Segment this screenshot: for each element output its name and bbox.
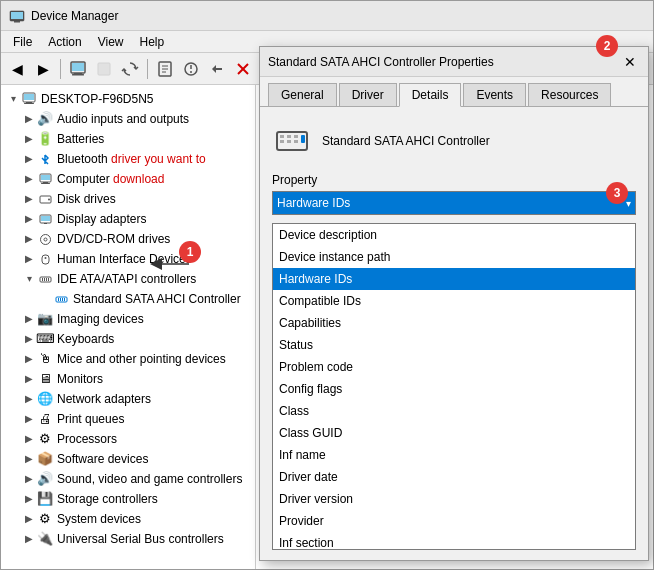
tree-mice-label: Mice and other pointing devices [57,350,226,368]
expand-root[interactable]: ▾ [5,91,21,107]
expand-dvd[interactable]: ▶ [21,231,37,247]
tree-item-dvd[interactable]: ▶ DVD/CD-ROM drives [1,229,255,249]
tree-item-ide[interactable]: ▾ IDE ATA/ATAPI controllers [1,269,255,289]
svg-rect-42 [48,278,49,281]
tree-item-hid[interactable]: ▶ Human Interface Devices [1,249,255,269]
tree-panel[interactable]: ▾ DESKTOP-F96D5N5 ▶ 🔊 Audio inputs and o… [1,85,256,569]
toolbar-rollback[interactable] [205,57,229,81]
expand-system[interactable]: ▶ [21,511,37,527]
tree-root[interactable]: ▾ DESKTOP-F96D5N5 [1,89,255,109]
tree-item-usb[interactable]: ▶ 🔌 Universal Serial Bus controllers [1,529,255,549]
storage-icon: 💾 [37,491,53,507]
software-icon: 📦 [37,451,53,467]
annotation-3: 3 [606,182,628,204]
expand-computer[interactable]: ▶ [21,171,37,187]
tree-item-display[interactable]: ▶ Display adapters [1,209,255,229]
prop-class[interactable]: Class [273,400,635,422]
svg-rect-45 [60,298,61,301]
expand-display[interactable]: ▶ [21,211,37,227]
expand-storage[interactable]: ▶ [21,491,37,507]
tree-keyboards-label: Keyboards [57,330,114,348]
menu-file[interactable]: File [5,33,40,51]
prop-provider[interactable]: Provider [273,510,635,532]
expand-processors[interactable]: ▶ [21,431,37,447]
tree-item-computer[interactable]: ▶ Computer download [1,169,255,189]
annotation-1: 1 [179,241,201,263]
tab-driver[interactable]: Driver [339,83,397,106]
prop-compatible-ids[interactable]: Compatible IDs [273,290,635,312]
tree-item-network[interactable]: ▶ 🌐 Network adapters [1,389,255,409]
tree-item-print[interactable]: ▶ 🖨 Print queues [1,409,255,429]
prop-inf-section[interactable]: Inf section [273,532,635,550]
tree-item-batteries[interactable]: ▶ 🔋 Batteries [1,129,255,149]
tree-item-software[interactable]: ▶ 📦 Software devices [1,449,255,469]
menu-action[interactable]: Action [40,33,89,51]
expand-audio[interactable]: ▶ [21,111,37,127]
disk-icon [37,191,53,207]
tree-bluetooth-suffix: driver you want to [108,150,206,168]
menu-help[interactable]: Help [132,33,173,51]
tree-item-keyboards[interactable]: ▶ ⌨ Keyboards [1,329,255,349]
toolbar-back[interactable]: ◀ [5,57,29,81]
tree-audio-label: Audio inputs and outputs [57,110,189,128]
tab-general[interactable]: General [268,83,337,106]
menu-view[interactable]: View [90,33,132,51]
expand-disk[interactable]: ▶ [21,191,37,207]
expand-usb[interactable]: ▶ [21,531,37,547]
toolbar-update[interactable] [118,57,142,81]
tree-item-system[interactable]: ▶ ⚙ System devices [1,509,255,529]
svg-rect-51 [287,135,291,138]
tree-item-imaging[interactable]: ▶ 📷 Imaging devices [1,309,255,329]
toolbar-uninstall[interactable] [231,57,255,81]
prop-device-description[interactable]: Device description [273,224,635,246]
expand-mice[interactable]: ▶ [21,351,37,367]
tab-resources[interactable]: Resources [528,83,611,106]
expand-ide[interactable]: ▾ [21,271,37,287]
prop-driver-version[interactable]: Driver version [273,488,635,510]
expand-software[interactable]: ▶ [21,451,37,467]
prop-status[interactable]: Status [273,334,635,356]
expand-print[interactable]: ▶ [21,411,37,427]
expand-bluetooth[interactable]: ▶ [21,151,37,167]
tree-item-disk[interactable]: ▶ Disk drives [1,189,255,209]
expand-hid[interactable]: ▶ [21,251,37,267]
tree-item-bluetooth[interactable]: ▶ Bluetooth driver you want to [1,149,255,169]
toolbar-forward[interactable]: ▶ [31,57,55,81]
property-select[interactable]: Hardware IDs ▾ [272,191,636,215]
prop-problem-code[interactable]: Problem code [273,356,635,378]
prop-config-flags[interactable]: Config flags [273,378,635,400]
tree-monitors-label: Monitors [57,370,103,388]
expand-monitors[interactable]: ▶ [21,371,37,387]
tab-details[interactable]: Details [399,83,462,107]
svg-rect-23 [26,102,32,103]
tree-display-label: Display adapters [57,210,146,228]
expand-network[interactable]: ▶ [21,391,37,407]
property-list[interactable]: Device description Device instance path … [272,223,636,550]
tree-item-audio[interactable]: ▶ 🔊 Audio inputs and outputs [1,109,255,129]
tab-events[interactable]: Events [463,83,526,106]
tree-item-processors[interactable]: ▶ ⚙ Processors [1,429,255,449]
prop-driver-date[interactable]: Driver date [273,466,635,488]
dialog-close-button[interactable]: ✕ [620,52,640,72]
svg-rect-46 [62,298,63,301]
expand-imaging[interactable]: ▶ [21,311,37,327]
expand-sound[interactable]: ▶ [21,471,37,487]
expand-batteries[interactable]: ▶ [21,131,37,147]
tree-item-storage[interactable]: ▶ 💾 Storage controllers [1,489,255,509]
toolbar-properties[interactable] [153,57,177,81]
toolbar-stop[interactable] [92,57,116,81]
prop-device-instance-path[interactable]: Device instance path [273,246,635,268]
tree-item-monitors[interactable]: ▶ 🖥 Monitors [1,369,255,389]
prop-inf-name[interactable]: Inf name [273,444,635,466]
svg-point-14 [190,71,192,73]
prop-class-guid[interactable]: Class GUID [273,422,635,444]
prop-hardware-ids[interactable]: Hardware IDs [273,268,635,290]
tree-item-sound[interactable]: ▶ 🔊 Sound, video and game controllers [1,469,255,489]
toolbar-driver-update[interactable] [179,57,203,81]
tree-item-sata[interactable]: ▶ Standard SATA AHCI Controller [1,289,255,309]
computer-icon [21,91,37,107]
prop-capabilities[interactable]: Capabilities [273,312,635,334]
svg-rect-54 [294,140,298,143]
tree-item-mice[interactable]: ▶ 🖱 Mice and other pointing devices [1,349,255,369]
toolbar-computer[interactable] [66,57,90,81]
